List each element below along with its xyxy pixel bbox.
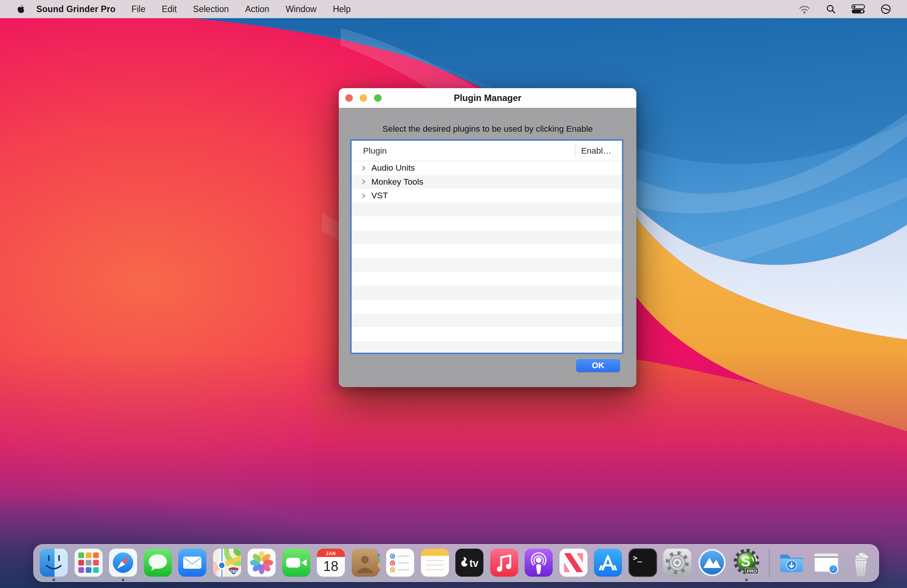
window-titlebar[interactable]: Plugin Manager <box>339 88 636 108</box>
control-center-icon[interactable] <box>851 4 865 14</box>
calendar-day-label: 18 <box>323 559 338 574</box>
plugin-table[interactable]: Plugin Enabl… Audio Units Monkey Tools V… <box>350 139 623 354</box>
table-row-monkey-tools[interactable]: Monkey Tools <box>352 175 622 189</box>
dock-messages-icon[interactable] <box>143 548 173 578</box>
dock-terminal-icon[interactable]: >_ <box>628 548 658 578</box>
menu-help[interactable]: Help <box>333 4 351 14</box>
dock-minimized-window-icon[interactable] <box>811 548 841 578</box>
dock-music-icon[interactable] <box>489 548 519 578</box>
plugin-manager-window: Plugin Manager Select the desired plugin… <box>339 88 636 387</box>
column-separator-right <box>617 144 618 158</box>
dock-system-preferences-icon[interactable] <box>662 548 692 578</box>
table-empty-rows <box>352 203 622 353</box>
dock: 280 <box>33 544 879 582</box>
sound-grinder-pro-badge: PRO <box>747 569 757 574</box>
calendar-month-label: JAN <box>325 551 336 556</box>
menu-edit[interactable]: Edit <box>162 4 177 14</box>
wifi-icon[interactable] <box>798 4 811 14</box>
ok-button[interactable]: OK <box>576 359 620 372</box>
column-separator[interactable] <box>575 144 575 158</box>
terminal-prompt-glyph: >_ <box>633 553 643 562</box>
dock-podcasts-icon[interactable] <box>524 548 554 578</box>
column-header-enabled[interactable]: Enabl… <box>581 141 611 161</box>
menu-file[interactable]: File <box>131 4 145 14</box>
menu-bar: Sound Grinder Pro File Edit Selection Ac… <box>0 0 907 18</box>
maps-badge-label: 280 <box>230 569 237 574</box>
dock-trash-icon[interactable] <box>846 548 876 578</box>
row-label: VST <box>371 191 388 201</box>
dock-maps-icon[interactable]: 280 <box>212 548 242 578</box>
svg-text:S: S <box>741 554 750 569</box>
dock-reminders-icon[interactable] <box>385 548 415 578</box>
dock-photos-icon[interactable] <box>247 548 277 578</box>
row-label: Monkey Tools <box>371 177 423 187</box>
table-row-vst[interactable]: VST <box>352 189 622 203</box>
apple-tv-label: tv <box>470 558 479 569</box>
window-title: Plugin Manager <box>339 88 636 108</box>
apple-menu-icon[interactable] <box>17 4 26 15</box>
dock-app-store-icon[interactable] <box>593 548 623 578</box>
menu-action[interactable]: Action <box>245 4 269 14</box>
dock-launchpad-icon[interactable] <box>74 548 104 578</box>
dock-finder-icon[interactable] <box>38 548 69 578</box>
dock-safari-icon[interactable] <box>108 548 138 578</box>
dock-facetime-icon[interactable] <box>281 548 312 578</box>
disclosure-chevron-icon[interactable] <box>361 193 367 199</box>
dock-calendar-icon[interactable]: JAN 18 <box>316 548 346 578</box>
clock-icon[interactable] <box>880 4 891 14</box>
disclosure-chevron-icon[interactable] <box>361 165 367 171</box>
table-header-row: Plugin Enabl… <box>352 141 622 161</box>
dialog-instruction-text: Select the desired plugins to be used by… <box>339 124 636 134</box>
dock-mail-icon[interactable] <box>177 548 207 578</box>
disclosure-chevron-icon[interactable] <box>361 179 367 185</box>
menubar-status-area <box>798 4 907 14</box>
dock-sound-grinder-pro-icon[interactable]: S PRO <box>731 548 762 578</box>
menu-window[interactable]: Window <box>285 4 316 14</box>
dock-downloads-folder-icon[interactable] <box>776 548 807 578</box>
row-label: Audio Units <box>371 163 415 173</box>
dock-mountain-app-icon[interactable] <box>697 548 727 578</box>
dock-notes-icon[interactable] <box>420 548 450 578</box>
menubar-app-name[interactable]: Sound Grinder Pro <box>36 4 115 14</box>
table-row-audio-units[interactable]: Audio Units <box>352 161 622 175</box>
dock-contacts-icon[interactable] <box>351 548 381 578</box>
search-icon[interactable] <box>826 4 836 14</box>
menu-selection[interactable]: Selection <box>193 4 229 14</box>
dock-separator <box>769 549 769 577</box>
column-header-plugin[interactable]: Plugin <box>363 141 387 161</box>
dock-apple-tv-icon[interactable]: tv <box>454 548 484 578</box>
dock-news-icon[interactable] <box>558 548 589 578</box>
